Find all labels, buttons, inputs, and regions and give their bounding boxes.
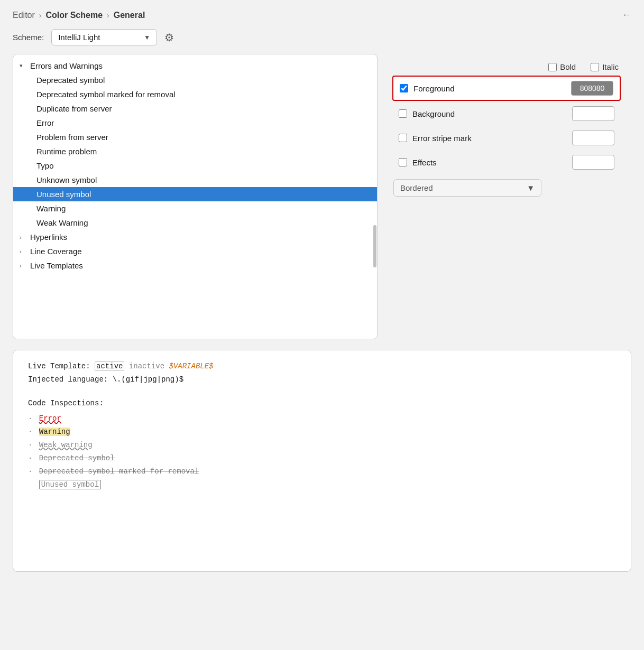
background-row: Background: [392, 102, 621, 125]
bullet-icon: ·: [28, 414, 32, 423]
italic-checkbox-item[interactable]: Italic: [591, 62, 619, 71]
error-stripe-label: Error stripe mark: [412, 134, 567, 143]
preview-injected-line: Injected language: \.(gif|jpg|png)$: [28, 374, 616, 385]
tree-group-live-templates[interactable]: › Live Templates: [13, 258, 377, 273]
bullet-icon: ·: [28, 428, 32, 436]
preview-deprecated-line: · Deprecated symbol: [28, 453, 616, 464]
error-stripe-color-swatch[interactable]: [572, 131, 614, 145]
error-stripe-checkbox[interactable]: [399, 134, 407, 142]
tree-item-weak-warning[interactable]: Weak Warning: [13, 216, 377, 230]
tree-item-error[interactable]: Error: [13, 116, 377, 130]
bold-checkbox-item[interactable]: Bold: [548, 62, 576, 71]
breadcrumb-color-scheme[interactable]: Color Scheme: [45, 11, 103, 20]
foreground-color-value: 808080: [580, 84, 605, 92]
preview-error-line: · Error: [28, 413, 616, 424]
italic-label: Italic: [602, 62, 619, 71]
bullet-icon: ·: [28, 454, 32, 462]
bullet-icon: ·: [28, 467, 32, 476]
scheme-dropdown[interactable]: IntelliJ Light ▼: [51, 29, 157, 45]
injected-regex: \.(gif|jpg|png)$: [113, 375, 183, 384]
scheme-value: IntelliJ Light: [58, 33, 100, 42]
preview-active: active: [95, 361, 124, 371]
effects-dropdown-container: Bordered ▼: [393, 179, 621, 197]
breadcrumb-sep1: ›: [39, 11, 42, 20]
preview-warning-text: Warning: [39, 428, 70, 436]
preview-unused-line: · Unused symbol: [28, 479, 616, 490]
foreground-row: Foreground 808080: [392, 76, 621, 101]
chevron-down-icon: ▼: [144, 34, 150, 41]
tree-group-live-templates-label: Live Templates: [30, 261, 83, 270]
tree-group-hyperlinks-label: Hyperlinks: [30, 233, 67, 242]
tree-item-deprecated-removal[interactable]: Deprecated symbol marked for removal: [13, 87, 377, 101]
live-template-label: Live Template:: [28, 362, 90, 370]
tree-item-problem-server[interactable]: Problem from server: [13, 130, 377, 144]
tree-item-duplicate-server[interactable]: Duplicate from server: [13, 101, 377, 116]
error-stripe-row: Error stripe mark: [392, 126, 621, 150]
chevron-right-icon: ›: [20, 263, 27, 269]
gear-icon[interactable]: ⚙: [164, 31, 174, 44]
tree-item-runtime-problem[interactable]: Runtime problem: [13, 144, 377, 159]
tree-item-deprecated-symbol[interactable]: Deprecated symbol: [13, 73, 377, 87]
code-inspections-header: Code Inspections:: [28, 398, 616, 409]
preview-panel: Live Template: active inactive $VARIABLE…: [13, 350, 631, 572]
preview-weak-warning-line: · Weak warning: [28, 440, 616, 451]
code-inspections-label: Code Inspections:: [28, 399, 104, 407]
foreground-label: Foreground: [413, 84, 566, 93]
tree-group-hyperlinks[interactable]: › Hyperlinks: [13, 230, 377, 244]
breadcrumb: Editor › Color Scheme › General: [13, 11, 145, 20]
chevron-down-icon: ▼: [527, 183, 535, 192]
back-button[interactable]: ←: [622, 10, 631, 21]
injected-label: Injected language:: [28, 375, 108, 384]
breadcrumb-sep2: ›: [107, 11, 109, 20]
background-color-swatch[interactable]: [572, 106, 614, 121]
selected-item-label: Unused symbol: [36, 190, 91, 199]
chevron-right-icon: ›: [20, 234, 27, 240]
preview-warning-line: · Warning: [28, 426, 616, 438]
scrollbar-track[interactable]: [373, 54, 377, 339]
tree-group-errors-warnings[interactable]: ▾ Errors and Warnings: [13, 59, 377, 73]
breadcrumb-editor[interactable]: Editor: [13, 11, 35, 20]
properties-panel: Bold Italic Foreground 808080 Background…: [378, 54, 631, 197]
preview-deprecated-removal-line: · Deprecated symbol marked for removal: [28, 466, 616, 477]
effects-label: Effects: [412, 158, 567, 167]
bold-label: Bold: [560, 62, 576, 71]
tree-item-unknown-symbol[interactable]: Unknown symbol: [13, 173, 377, 187]
tree-group-line-coverage-label: Line Coverage: [30, 247, 82, 256]
scheme-label: Scheme:: [13, 33, 44, 42]
chevron-down-icon: ▾: [20, 62, 27, 69]
effects-checkbox[interactable]: [399, 158, 407, 166]
bullet-icon: ·: [28, 441, 32, 449]
background-checkbox[interactable]: [399, 109, 407, 118]
preview-error-text: Error: [39, 414, 61, 423]
breadcrumb-general[interactable]: General: [114, 11, 145, 20]
tree-group-label: Errors and Warnings: [30, 61, 103, 70]
preview-deprecated-removal-text: Deprecated symbol marked for removal: [39, 467, 199, 476]
tree-item-unused-symbol[interactable]: Unused symbol: [13, 187, 377, 201]
tree-item-warning[interactable]: Warning: [13, 201, 377, 216]
preview-deprecated-text: Deprecated symbol: [39, 454, 115, 462]
preview-weak-warning-text: Weak warning: [39, 441, 93, 449]
foreground-checkbox[interactable]: [400, 84, 408, 92]
chevron-right-icon: ›: [20, 248, 27, 255]
effects-color-swatch[interactable]: [572, 155, 614, 170]
preview-inactive: inactive: [129, 362, 164, 370]
preview-variable: $VARIABLE$: [169, 362, 213, 370]
preview-live-template-line: Live Template: active inactive $VARIABLE…: [28, 361, 616, 372]
preview-unused-text: Unused symbol: [39, 480, 101, 489]
scrollbar-thumb[interactable]: [373, 225, 376, 267]
background-label: Background: [412, 109, 567, 118]
effects-row: Effects: [392, 151, 621, 174]
bold-checkbox[interactable]: [548, 63, 557, 71]
italic-checkbox[interactable]: [591, 63, 599, 71]
color-category-tree: ▾ Errors and Warnings Deprecated symbol …: [13, 54, 378, 339]
tree-group-line-coverage[interactable]: › Line Coverage: [13, 244, 377, 258]
foreground-color-swatch[interactable]: 808080: [571, 81, 613, 96]
effects-type-dropdown[interactable]: Bordered ▼: [393, 179, 541, 197]
tree-item-typo[interactable]: Typo: [13, 159, 377, 173]
effects-dropdown-value: Bordered: [400, 183, 433, 192]
